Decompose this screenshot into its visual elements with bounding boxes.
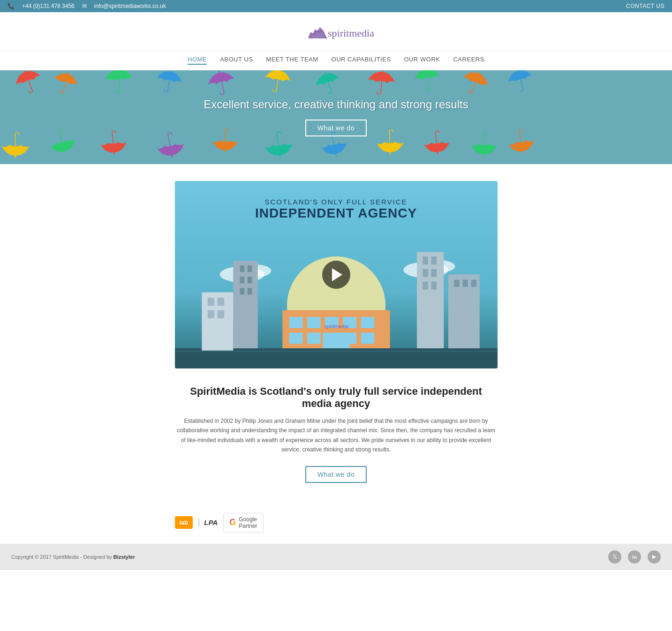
svg-rect-41 [207, 310, 214, 318]
svg-text:spiritmedia: spiritmedia [324, 323, 348, 329]
umbrella-decoration: ☂ [503, 70, 538, 99]
svg-text:spiritmedia: spiritmedia [328, 27, 374, 39]
svg-rect-6 [233, 261, 258, 351]
svg-rect-42 [217, 310, 224, 318]
building-scene-svg: spiritmedia [175, 209, 498, 368]
youtube-icon[interactable]: ▶ [648, 550, 661, 563]
svg-rect-9 [240, 277, 244, 283]
umbrella-decoration: ☂ [152, 70, 186, 100]
nav-capabilities[interactable]: OUR CAPABILITIES [332, 56, 391, 65]
umbrella-decoration: ☂ [260, 70, 294, 99]
agency-sub-title: SCOTLAND'S ONLY FULL SERVICE [175, 198, 498, 206]
google-partner-badge: G Google Partner [223, 513, 263, 533]
footer-social: 𝕏 in ▶ [608, 550, 661, 563]
google-icon: G [229, 518, 236, 527]
top-bar: 📞 +44 (0)131 478 3456 ✉ info@spiritmedia… [0, 0, 672, 12]
logo: spiritmedia [299, 21, 374, 44]
about-heading: SpiritMedia is Scotland's only truly ful… [175, 385, 498, 410]
svg-rect-17 [431, 269, 436, 277]
svg-rect-30 [289, 333, 302, 344]
twitter-icon[interactable]: 𝕏 [608, 550, 621, 563]
main-nav: HOME ABOUT US MEET THE TEAM OUR CAPABILI… [0, 51, 672, 70]
video-section: SCOTLAND'S ONLY FULL SERVICE INDEPENDENT… [167, 181, 505, 368]
umbrella-decoration: ☂ [0, 127, 31, 162]
hero-section: ☂ ☂ ☂ ☂ ☂ ☂ ☂ ☂ ☂ ☂ ☂ ☂ ☂ ☂ ☂ ☂ ☂ ☂ ☂ ☂ … [0, 70, 672, 164]
svg-rect-8 [247, 265, 252, 272]
hero-cta-button[interactable]: What we do [305, 120, 367, 136]
lpa-badge: LPA [198, 518, 218, 526]
phone-icon: 📞 [8, 3, 15, 9]
svg-rect-37 [175, 351, 498, 352]
footer: Copyright © 2017 SpiritMedia - Designed … [0, 544, 672, 570]
svg-rect-19 [431, 282, 436, 290]
umbrella-decoration: ☂ [152, 124, 189, 164]
svg-rect-15 [431, 256, 436, 264]
nav-about[interactable]: ABOUT US [220, 56, 253, 65]
nav-meet-team[interactable]: MEET THE TEAM [266, 56, 318, 65]
nav-our-work[interactable]: OUR WORK [404, 56, 440, 65]
svg-rect-33 [361, 333, 374, 344]
google-label: Google Partner [239, 516, 257, 529]
umbrella-decoration: ☂ [411, 70, 444, 98]
svg-rect-7 [240, 265, 244, 272]
svg-rect-25 [289, 317, 302, 328]
play-button[interactable] [322, 261, 350, 289]
umbrella-decoration: ☂ [9, 70, 48, 103]
logo-area: spiritmedia [0, 21, 672, 46]
phone-number: +44 (0)131 478 3456 [22, 3, 75, 9]
svg-rect-16 [423, 269, 428, 277]
email-icon: ✉ [82, 3, 87, 9]
about-cta-button[interactable]: What we do [305, 466, 367, 483]
header: spiritmedia HOME ABOUT US MEET THE TEAM … [0, 12, 672, 70]
svg-rect-14 [423, 256, 428, 264]
svg-rect-40 [217, 298, 224, 306]
hero-content: Excellent service, creative thinking and… [204, 98, 468, 136]
footer-designer-link[interactable]: Bizstyler [113, 554, 135, 560]
svg-rect-39 [207, 298, 214, 306]
video-background: SCOTLAND'S ONLY FULL SERVICE INDEPENDENT… [175, 181, 498, 368]
svg-rect-13 [417, 252, 444, 351]
about-section: SpiritMedia is Scotland's only truly ful… [167, 368, 505, 490]
nav-careers[interactable]: CAREERS [453, 56, 484, 65]
svg-rect-38 [202, 293, 233, 351]
umbrella-decoration: ☂ [43, 121, 81, 161]
iab-badge: iab [175, 516, 193, 529]
umbrella-decoration: ☂ [48, 70, 83, 101]
svg-rect-22 [462, 280, 468, 287]
about-body: Established in 2002 by Philip Jones and … [175, 416, 498, 455]
svg-rect-26 [307, 317, 320, 328]
svg-rect-21 [454, 280, 459, 287]
partners-section: iab LPA G Google Partner [167, 513, 505, 544]
umbrella-decoration: ☂ [469, 127, 499, 160]
svg-rect-12 [247, 288, 252, 294]
video-container: SCOTLAND'S ONLY FULL SERVICE INDEPENDENT… [175, 181, 498, 368]
email-address: info@spiritmediaworks.co.uk [94, 3, 166, 9]
umbrella-decoration: ☂ [504, 122, 538, 159]
nav-home[interactable]: HOME [188, 56, 207, 65]
svg-rect-11 [240, 288, 244, 294]
svg-rect-23 [471, 280, 476, 287]
contact-us-link[interactable]: CONTACT US [626, 3, 664, 9]
linkedin-icon[interactable]: in [628, 550, 641, 563]
svg-rect-18 [423, 282, 428, 290]
umbrella-decoration: ☂ [97, 124, 129, 159]
umbrella-decoration: ☂ [102, 70, 136, 100]
umbrella-decoration: ☂ [364, 70, 398, 101]
footer-copyright: Copyright © 2017 SpiritMedia - Designed … [11, 554, 135, 560]
svg-rect-29 [361, 317, 374, 328]
svg-rect-31 [307, 333, 320, 344]
svg-rect-10 [247, 277, 252, 283]
top-bar-left: 📞 +44 (0)131 478 3456 ✉ info@spiritmedia… [8, 3, 166, 9]
hero-title: Excellent service, creative thinking and… [204, 98, 468, 111]
